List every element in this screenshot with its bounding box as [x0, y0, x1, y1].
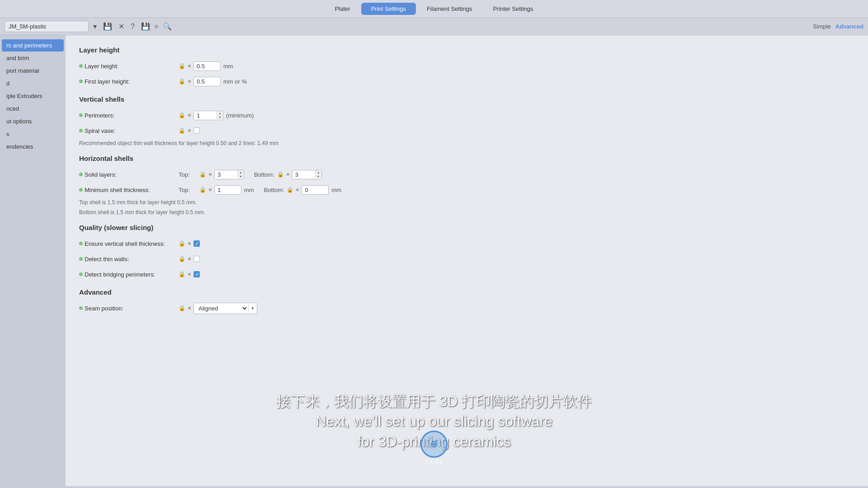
- spiral-vase-controls: 🔒: [179, 127, 200, 134]
- status-dot: [155, 25, 158, 28]
- first-layer-height-row: First layer height: 🔒 mm or %: [79, 75, 854, 87]
- solid-layers-label: Solid layers:: [79, 171, 179, 178]
- solid-layers-bottom-input[interactable]: [292, 170, 315, 179]
- tab-printer-settings[interactable]: Printer Settings: [483, 3, 543, 15]
- sidebar-item-advanced[interactable]: nced: [2, 103, 64, 115]
- advanced-mode-btn[interactable]: Advanced: [835, 23, 863, 30]
- solid-bottom-up[interactable]: ▲: [316, 170, 321, 174]
- sidebar-item-support-material[interactable]: port material: [2, 65, 64, 77]
- delete-btn[interactable]: ✕: [117, 21, 126, 32]
- first-layer-indicator: [188, 80, 191, 83]
- layer-height-unit: mm: [223, 63, 233, 70]
- sidebar-item-multiple-extruders[interactable]: iple Extruders: [2, 90, 64, 102]
- watermark-text: 大人采集: [424, 459, 444, 465]
- solid-layers-top-lock[interactable]: 🔒: [199, 171, 206, 178]
- perimeters-up[interactable]: ▲: [217, 111, 223, 115]
- dropdown-btn[interactable]: ▾: [91, 21, 99, 32]
- sidebar-item-notes[interactable]: s: [2, 128, 64, 140]
- seam-position-dropdown[interactable]: Aligned Nearest Random Rear ▾: [193, 303, 257, 314]
- simple-mode-btn[interactable]: Simple: [813, 23, 831, 30]
- detect-bridging-lock[interactable]: 🔒: [179, 271, 185, 277]
- solid-top-up[interactable]: ▲: [238, 170, 244, 174]
- solid-layers-dot: [79, 173, 83, 176]
- solid-layers-bottom-stepper: ▲ ▼: [292, 170, 322, 179]
- solid-top-down[interactable]: ▼: [238, 174, 244, 178]
- perimeters-stepper: ▲ ▼: [193, 111, 223, 120]
- sidebar: rs and perimeters and brim port material…: [0, 35, 66, 486]
- spiral-vase-label: Spiral vase:: [79, 127, 179, 134]
- min-shell-bottom-label: Bottom:: [264, 187, 284, 193]
- export-btn[interactable]: 💾: [139, 21, 152, 32]
- view-mode-selector: Simple Advanced: [813, 23, 863, 30]
- solid-layers-bottom-indicator: [287, 173, 289, 176]
- min-shell-top-input[interactable]: [214, 185, 241, 195]
- detect-thin-checkbox[interactable]: [193, 256, 200, 262]
- perimeters-down[interactable]: ▼: [217, 115, 223, 119]
- preset-input[interactable]: [5, 21, 89, 32]
- seam-position-lock[interactable]: 🔒: [179, 305, 185, 311]
- seam-position-controls: 🔒 Aligned Nearest Random Rear ▾: [179, 303, 257, 314]
- layer-height-controls: 🔒 mm: [179, 61, 233, 71]
- perimeters-text: Perimeters:: [85, 112, 114, 119]
- detect-thin-lock[interactable]: 🔒: [179, 256, 185, 262]
- spiral-vase-lock[interactable]: 🔒: [179, 127, 185, 134]
- seam-position-indicator: [188, 307, 191, 310]
- ensure-vertical-checkbox[interactable]: ✓: [193, 240, 200, 247]
- solid-bottom-arrows: ▲ ▼: [315, 170, 321, 178]
- layer-height-input[interactable]: [193, 61, 221, 71]
- sidebar-item-layers-perimeters[interactable]: rs and perimeters: [2, 39, 64, 52]
- min-shell-label: Minimum shell thickness:: [79, 187, 179, 193]
- sidebar-item-output-options[interactable]: ut options: [2, 115, 64, 127]
- ensure-vertical-lock[interactable]: 🔒: [179, 240, 185, 247]
- min-shell-bottom-input[interactable]: [302, 185, 329, 195]
- perimeters-input[interactable]: [194, 111, 217, 120]
- help-btn[interactable]: ?: [129, 22, 137, 32]
- perimeters-label: Perimeters:: [79, 112, 179, 119]
- first-layer-lock[interactable]: 🔒: [179, 78, 185, 84]
- min-shell-bottom-lock[interactable]: 🔒: [287, 187, 293, 193]
- first-layer-unit: mm or %: [223, 78, 247, 85]
- first-layer-controls: 🔒 mm or %: [179, 77, 247, 86]
- detect-bridging-text: Detect bridging perimeters:: [85, 271, 155, 278]
- solid-layers-bottom-label: Bottom:: [254, 171, 274, 178]
- perimeters-dot: [79, 113, 83, 117]
- min-shell-top-lock[interactable]: 🔒: [199, 187, 206, 193]
- layer-height-text: Layer height:: [85, 63, 118, 70]
- first-layer-input[interactable]: [193, 77, 221, 86]
- first-layer-text: First layer height:: [85, 78, 130, 85]
- min-shell-text: Minimum shell thickness:: [85, 187, 150, 193]
- layer-height-lock[interactable]: 🔒: [179, 63, 185, 69]
- solid-bottom-down[interactable]: ▼: [316, 174, 321, 178]
- detect-bridging-row: Detect bridging perimeters: 🔒 ✓: [79, 268, 854, 280]
- sidebar-item-speed[interactable]: d: [2, 77, 64, 89]
- tab-print-settings[interactable]: Print Settings: [361, 3, 416, 15]
- min-shell-dot: [79, 188, 83, 192]
- solid-top-arrows: ▲ ▼: [237, 170, 244, 178]
- sidebar-item-and-brim[interactable]: and brim: [2, 52, 64, 64]
- spiral-vase-row: Spiral vase: 🔒: [79, 125, 854, 136]
- main-layout: rs and perimeters and brim port material…: [0, 35, 868, 486]
- min-shell-bottom-unit: mm: [331, 187, 341, 193]
- min-shell-bottom-indicator: [296, 188, 299, 191]
- solid-layers-top-label: Top:: [179, 171, 197, 178]
- spiral-vase-checkbox[interactable]: [193, 127, 200, 134]
- seam-dropdown-arrow[interactable]: ▾: [248, 304, 257, 313]
- seam-position-select[interactable]: Aligned Nearest Random Rear: [194, 303, 248, 314]
- save-btn[interactable]: 💾: [101, 21, 114, 32]
- detect-bridging-indicator: [188, 273, 191, 276]
- tab-plater[interactable]: Plater: [325, 3, 360, 15]
- tab-filament-settings[interactable]: Filament Settings: [417, 3, 482, 15]
- section-layer-height-heading: Layer height: [79, 46, 854, 54]
- detect-bridging-label: Detect bridging perimeters:: [79, 271, 179, 278]
- perimeters-lock[interactable]: 🔒: [179, 112, 185, 118]
- sidebar-item-dependencies[interactable]: endencies: [2, 141, 64, 153]
- solid-layers-bottom-lock[interactable]: 🔒: [277, 171, 284, 178]
- perimeters-row: Perimeters: 🔒 ▲ ▼ (minimum): [79, 109, 854, 121]
- solid-layers-top-input[interactable]: [215, 170, 237, 179]
- detect-bridging-checkbox[interactable]: ✓: [193, 271, 200, 277]
- section-vertical-shells-heading: Vertical shells: [79, 95, 854, 103]
- search-btn[interactable]: 🔍: [161, 21, 174, 32]
- ensure-vertical-indicator: [188, 242, 191, 245]
- detect-thin-walls-label: Detect thin walls:: [79, 256, 179, 263]
- content-area: Layer height Layer height: 🔒 mm First la…: [66, 35, 868, 486]
